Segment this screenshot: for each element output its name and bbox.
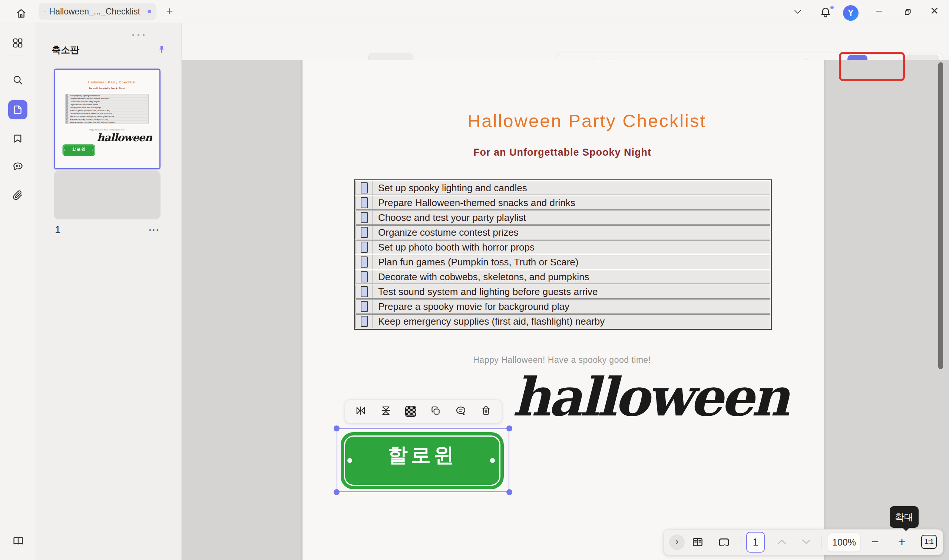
app-window: Halloween_..._Checklist + Y – ✕ — [0, 0, 949, 560]
checklist-item-text: Plan fun games (Pumpkin toss, Truth or S… — [69, 109, 110, 112]
selection-handle-bottom-right[interactable] — [506, 489, 512, 495]
checklist-row: Organize costume contest prizes — [355, 225, 770, 239]
app-grid-icon[interactable] — [12, 37, 24, 51]
checkbox-glyph — [66, 106, 68, 109]
thumbnail-placeholder — [54, 171, 160, 219]
document-canvas[interactable]: Halloween Party Checklist For an Unforge… — [181, 60, 949, 560]
close-window-button[interactable]: ✕ — [930, 6, 938, 16]
thumbnail-more-button[interactable]: ⋯ — [148, 223, 160, 236]
doc-subtitle: For an Unforgettable Spooky Night — [474, 147, 651, 158]
thumb-doc-subtitle: For an Unforgettable Spooky Night — [89, 88, 125, 90]
minimize-button[interactable]: – — [876, 5, 882, 15]
pdf-page[interactable]: Halloween Party Checklist For an Unforge… — [303, 60, 824, 560]
titlebar: Halloween_..._Checklist + Y – ✕ — [0, 0, 949, 23]
sidebar-divider — [11, 55, 25, 56]
bookmark-icon[interactable] — [12, 133, 24, 146]
thumbnail-content: Halloween Party Checklist For an Unforge… — [55, 70, 159, 169]
thumbnail-panel: 축소판 Halloween Party Checklist For an Unf… — [35, 23, 181, 560]
new-tab-button[interactable]: + — [166, 4, 173, 18]
checklist-item-text: Choose and test your party playlist — [373, 212, 526, 223]
checkbox-glyph — [66, 100, 68, 103]
next-page-chevron-icon[interactable] — [801, 538, 812, 547]
checkbox-glyph — [361, 182, 368, 194]
expand-bar-button[interactable]: › — [669, 534, 685, 550]
checklist-row: Organize costume contest prizes — [66, 103, 149, 106]
checklist-row: Plan fun games (Pumpkin toss, Truth or S… — [66, 109, 149, 112]
checkbox-glyph — [361, 197, 368, 208]
toolbar-band: 도구 — [181, 23, 949, 60]
checklist-item-text: Prepare Halloween-themed snacks and drin… — [373, 197, 575, 209]
checklist-row: Choose and test your party playlist — [66, 100, 149, 103]
checklist-row: Decorate with cobwebs, skeletons, and pu… — [355, 270, 770, 284]
selection-box[interactable] — [337, 428, 509, 492]
checklist-row: Keep emergency supplies (first aid, flas… — [66, 121, 149, 124]
checklist-item-text: Choose and test your party playlist — [69, 100, 100, 103]
comment-icon[interactable] — [455, 405, 467, 418]
checklist-item-text: Decorate with cobwebs, skeletons, and pu… — [69, 112, 112, 114]
checklist-row: Prepare a spooky movie for background pl… — [66, 118, 149, 121]
presentation-mode-icon[interactable] — [717, 536, 731, 551]
opacity-icon[interactable] — [405, 406, 416, 417]
checklist-row: Decorate with cobwebs, skeletons, and pu… — [66, 112, 149, 115]
checkbox-glyph — [66, 118, 68, 120]
zoom-level-value[interactable]: 100% — [828, 532, 860, 552]
thumbnail-page-number: 1 — [55, 224, 61, 236]
thumb-stamp: 할로윈 — [63, 145, 95, 156]
home-icon[interactable] — [15, 7, 28, 21]
chevron-down-icon[interactable] — [793, 9, 802, 16]
checklist-item-text: Test sound system and lighting before gu… — [69, 115, 114, 117]
delete-trash-icon[interactable] — [480, 405, 492, 418]
checklist-item-text: Set up photo booth with horror props — [373, 242, 535, 253]
thumb-doc-title: Halloween Party Checklist — [88, 80, 136, 84]
vertical-scrollbar-thumb[interactable] — [938, 62, 943, 369]
checkbox-glyph — [361, 242, 368, 253]
checklist-item-text: Set up spooky lighting and candles — [69, 94, 100, 97]
checklist-table: Set up spooky lighting and candles Prepa… — [354, 179, 772, 330]
footer-note: Happy Halloween! Have a spooky good time… — [473, 355, 651, 365]
comments-icon[interactable] — [12, 160, 24, 174]
titlebar-divider — [867, 8, 867, 16]
zoom-out-button[interactable]: − — [872, 534, 879, 549]
duplicate-icon[interactable] — [430, 405, 441, 418]
checklist-row: Choose and test your party playlist — [355, 211, 770, 225]
page-number-input[interactable]: 1 — [746, 532, 765, 552]
view-status-bar: › 1 100% − + 1:1 — [664, 529, 943, 555]
flip-horizontal-icon[interactable] — [355, 405, 367, 418]
panel-title: 축소판 — [52, 44, 79, 56]
notifications-bell-icon[interactable] — [819, 6, 832, 20]
sidebar-item-thumbnails[interactable] — [8, 100, 28, 119]
flip-vertical-icon[interactable] — [380, 405, 392, 418]
selection-handle-top-left[interactable] — [334, 425, 340, 431]
checklist-item-text: Organize costume contest prizes — [69, 103, 98, 106]
checklist-row: Prepare Halloween-themed snacks and drin… — [355, 196, 770, 210]
selection-handle-top-right[interactable] — [506, 425, 512, 431]
checkbox-glyph — [361, 316, 368, 327]
previous-page-chevron-icon[interactable] — [777, 538, 787, 547]
panel-drag-handle[interactable] — [132, 34, 145, 36]
pin-icon[interactable] — [156, 45, 167, 57]
checklist-item-text: Prepare a spooky movie for background pl… — [69, 118, 108, 120]
read-mode-icon[interactable] — [12, 534, 25, 549]
page-icon — [12, 104, 24, 115]
actual-size-button[interactable]: 1:1 — [921, 535, 937, 549]
restore-button[interactable] — [902, 7, 913, 19]
page-layout-icon[interactable] — [691, 536, 704, 550]
checkbox-glyph — [66, 109, 68, 112]
monitor-icon — [44, 6, 46, 17]
page-thumbnail[interactable]: Halloween Party Checklist For an Unforge… — [54, 69, 160, 169]
attachments-icon[interactable] — [12, 189, 24, 203]
checklist-row: Keep emergency supplies (first aid, flas… — [355, 314, 770, 328]
document-tab[interactable]: Halloween_..._Checklist — [38, 3, 157, 20]
signature-script: halloween — [512, 366, 787, 428]
selection-context-toolbar — [345, 400, 502, 423]
checklist-row: Prepare Halloween-themed snacks and drin… — [66, 97, 149, 100]
checklist-item-text: Set up spooky lighting and candles — [373, 182, 527, 194]
checkbox-glyph — [66, 121, 68, 123]
zoom-in-button[interactable]: + — [898, 534, 906, 549]
checklist-row: Set up photo booth with horror props — [66, 106, 149, 109]
search-icon[interactable] — [12, 74, 24, 88]
checklist-item-text: Test sound system and lighting before gu… — [373, 286, 598, 298]
avatar[interactable]: Y — [843, 5, 858, 21]
selection-handle-bottom-left[interactable] — [334, 489, 340, 495]
checkbox-glyph — [361, 227, 368, 238]
